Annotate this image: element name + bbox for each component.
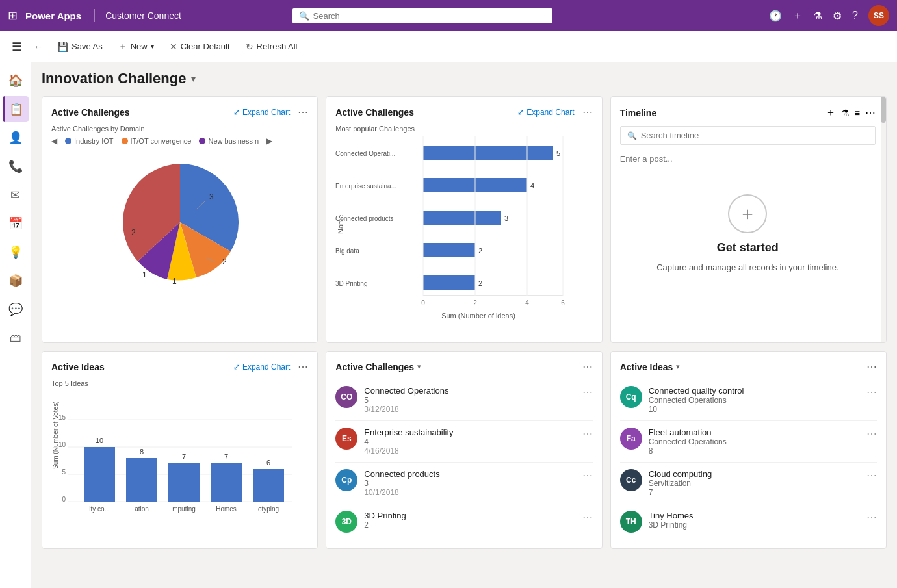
sidebar-item-box[interactable]: 📦: [3, 268, 29, 294]
bar-expand-button[interactable]: ⤢ Expand Chart: [517, 108, 574, 117]
idea-more-3[interactable]: ⋯: [866, 511, 877, 523]
challenges-list-title-dropdown[interactable]: Active Challenges ▾: [335, 362, 421, 372]
bar-y-label-0: Connected Operati...: [335, 150, 395, 157]
sidebar-item-profile[interactable]: 👤: [3, 125, 29, 151]
idea-more-0[interactable]: ⋯: [866, 386, 877, 398]
legend-item-0: Industry IOT: [65, 137, 114, 145]
bar-y-label-4: 3D Printing: [335, 280, 367, 287]
legend-dot-2: [199, 138, 205, 144]
ideas-chart-actions: ⤢ Expand Chart ⋯: [233, 361, 308, 373]
timeline-filter-icon[interactable]: ⚗: [841, 108, 850, 118]
add-icon[interactable]: ＋: [792, 9, 803, 23]
sidebar-item-mail[interactable]: ✉: [3, 182, 29, 208]
help-icon[interactable]: ?: [852, 10, 858, 21]
sidebar-item-dashboard[interactable]: 📋: [3, 96, 29, 122]
new-button[interactable]: ＋ New ▾: [112, 37, 161, 57]
idea-avatar-2: Cc: [620, 469, 642, 491]
page-header: Innovation Challenge ▾: [42, 70, 887, 87]
legend-prev[interactable]: ◀: [51, 136, 57, 146]
idea-name-3: Tiny Homes: [649, 511, 860, 520]
item-count-0: 5: [364, 396, 575, 405]
item-avatar-2: Cp: [335, 469, 358, 491]
ideas-bar-1: [126, 458, 157, 502]
ideas-more-button[interactable]: ⋯: [298, 361, 308, 373]
page-title: Innovation Challenge: [42, 70, 186, 87]
pie-more-button[interactable]: ⋯: [298, 106, 308, 118]
menu-toggle-button[interactable]: ☰: [8, 36, 26, 58]
new-icon: ＋: [118, 41, 127, 53]
timeline-search-input[interactable]: [641, 131, 868, 140]
sidebar-item-phone[interactable]: 📞: [3, 153, 29, 179]
timeline-more-button[interactable]: ⋯: [865, 107, 876, 119]
idea-more-1[interactable]: ⋯: [866, 428, 877, 440]
item-more-0[interactable]: ⋯: [582, 386, 593, 398]
ideas-chart-title: Active Ideas: [51, 362, 105, 372]
ideas-list-title-dropdown[interactable]: Active Ideas ▾: [620, 362, 681, 372]
sidebar-item-bulb[interactable]: 💡: [3, 239, 29, 265]
clock-icon[interactable]: 🕐: [769, 10, 782, 22]
page-title-dropdown[interactable]: ▾: [191, 73, 196, 84]
waffle-icon[interactable]: ⊞: [8, 8, 18, 23]
pie-container: 3 2 1 1 2: [51, 151, 308, 294]
settings-icon[interactable]: ⚙: [833, 10, 842, 22]
idea-avatar-3: TH: [620, 511, 642, 533]
global-search[interactable]: 🔍: [292, 8, 552, 23]
ideas-list-more[interactable]: ⋯: [866, 361, 877, 373]
item-more-1[interactable]: ⋯: [582, 428, 593, 440]
back-button[interactable]: ←: [29, 38, 48, 56]
pie-expand-button[interactable]: ⤢ Expand Chart: [233, 108, 290, 117]
sidebar-item-calendar[interactable]: 📅: [3, 211, 29, 236]
item-date-1: 4/16/2018: [364, 446, 575, 455]
item-date-0: 3/12/2018: [364, 405, 575, 414]
dashboard-grid-bottom: Active Ideas ⤢ Expand Chart ⋯ Top 5 Idea…: [42, 351, 887, 549]
pie-label-1: 2: [222, 257, 227, 266]
sidebar-item-chat[interactable]: 💬: [3, 296, 29, 322]
timeline-scrollbar[interactable]: [881, 97, 886, 342]
search-input[interactable]: [313, 11, 546, 21]
item-count-1: 4: [364, 437, 575, 446]
item-info-3: 3D Printing 2: [364, 511, 575, 530]
sidebar: 🏠 📋 👤 📞 ✉ 📅 💡 📦 💬 🗃: [0, 62, 31, 588]
save-as-button[interactable]: 💾 Save As: [51, 38, 109, 56]
list-item: Es Enterprise sustainability 4 4/16/2018…: [335, 421, 592, 463]
timeline-add-icon[interactable]: ＋: [826, 106, 836, 120]
bar-more-button[interactable]: ⋯: [582, 106, 593, 118]
pie-label-2: 1: [172, 277, 177, 286]
legend-next[interactable]: ▶: [266, 136, 272, 146]
sidebar-item-home[interactable]: 🏠: [3, 68, 29, 94]
idea-info-1: Fleet automation Connected Operations 8: [649, 428, 860, 455]
clear-default-button[interactable]: ✕ Clear Default: [163, 38, 237, 56]
filter-icon[interactable]: ⚗: [813, 10, 822, 22]
item-avatar-3: 3D: [335, 511, 358, 533]
bar-card-actions: ⤢ Expand Chart ⋯: [517, 106, 592, 118]
pie-card-header: Active Challenges ⤢ Expand Chart ⋯: [51, 106, 308, 118]
bar-x-6: 6: [562, 300, 566, 307]
bar-val-2: 3: [504, 214, 508, 222]
item-more-3[interactable]: ⋯: [582, 511, 593, 523]
ideas-val-2: 7: [182, 453, 186, 461]
item-avatar-1: Es: [335, 428, 358, 450]
bar-x-2: 2: [474, 300, 478, 307]
timeline-search[interactable]: 🔍: [620, 126, 876, 145]
bar-card-header: Active Challenges ⤢ Expand Chart ⋯: [335, 106, 592, 118]
item-count-3: 2: [364, 520, 575, 530]
sidebar-item-archive[interactable]: 🗃: [3, 325, 29, 351]
idea-info-3: Tiny Homes 3D Printing: [649, 511, 860, 530]
ideas-x-1: ation: [135, 505, 149, 513]
challenges-list-more[interactable]: ⋯: [582, 361, 593, 373]
timeline-list-icon[interactable]: ≡: [855, 108, 860, 118]
item-name-1: Enterprise sustainability: [364, 428, 575, 437]
item-more-2[interactable]: ⋯: [582, 469, 593, 481]
avatar[interactable]: SS: [868, 5, 889, 26]
ideas-bar-0: [84, 447, 115, 502]
ideas-tick-0: 0: [62, 496, 66, 503]
post-input[interactable]: [620, 150, 876, 168]
ideas-dropdown-caret: ▾: [676, 363, 680, 371]
challenges-list-title: Active Challenges: [335, 362, 414, 372]
idea-more-2[interactable]: ⋯: [866, 469, 877, 481]
refresh-all-button[interactable]: ↻ Refresh All: [239, 38, 304, 56]
bar-val-4: 2: [478, 279, 482, 287]
ideas-expand-button[interactable]: ⤢ Expand Chart: [233, 363, 290, 372]
idea-name-2: Cloud computing: [649, 469, 860, 479]
timeline-plus-circle[interactable]: ＋: [728, 194, 767, 233]
